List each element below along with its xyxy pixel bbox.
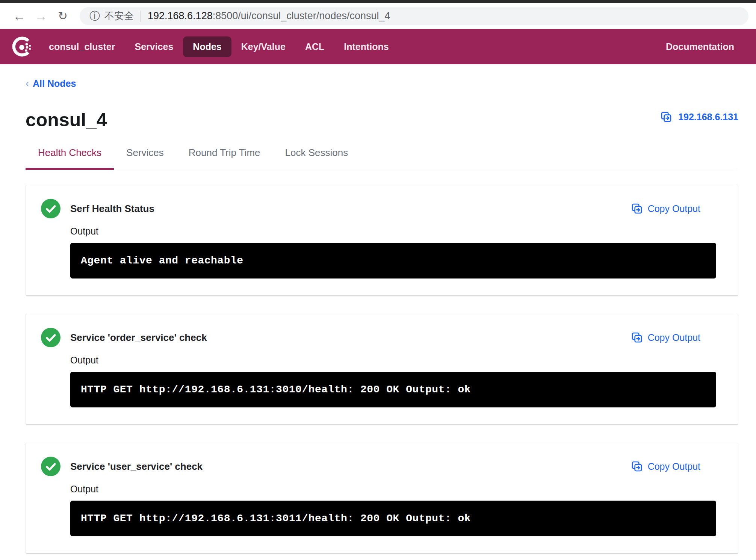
health-check-card: Serf Health Status Copy Output Output Ag… [26, 185, 738, 295]
copy-icon [660, 111, 672, 123]
breadcrumb-label: All Nodes [33, 78, 76, 89]
copy-output-button[interactable]: Copy Output [631, 203, 700, 215]
check-circle-icon [41, 457, 60, 476]
check-circle-icon [41, 199, 60, 218]
copy-output-label: Copy Output [648, 461, 700, 472]
card-body: Serf Health Status Copy Output Output Ag… [70, 199, 716, 278]
nav-item-nodes[interactable]: Nodes [183, 36, 231, 57]
check-name: Service 'user_service' check [70, 461, 203, 472]
copy-output-button[interactable]: Copy Output [631, 331, 700, 344]
url-path: :8500/ui/consul_cluster/nodes/consul_4 [213, 10, 390, 21]
output-label: Output [70, 355, 716, 366]
card-body: Service 'order_service' check Copy Outpu… [70, 328, 716, 407]
output-label: Output [70, 226, 716, 237]
check-output: HTTP GET http://192.168.6.131:3010/healt… [70, 372, 716, 407]
nav-item-datacenter[interactable]: consul_cluster [39, 36, 125, 57]
window-top-edge [0, 0, 756, 3]
nav-item-intentions[interactable]: Intentions [334, 36, 398, 57]
breadcrumb[interactable]: ‹ All Nodes [26, 78, 738, 89]
page-content: ‹ All Nodes consul_4 192.168.6.131 Healt… [0, 78, 756, 553]
tab-round-trip-time[interactable]: Round Trip Time [176, 145, 273, 170]
copy-icon [631, 331, 643, 344]
info-icon[interactable]: ⓘ [89, 9, 100, 23]
forward-icon[interactable]: → [30, 10, 52, 22]
tab-health-checks[interactable]: Health Checks [26, 145, 114, 170]
url-text[interactable]: 192.168.6.128:8500/ui/consul_cluster/nod… [148, 10, 390, 22]
copy-output-label: Copy Output [648, 203, 700, 214]
app-navbar: consul_cluster Services Nodes Key/Value … [0, 29, 756, 64]
consul-logo-icon[interactable] [11, 36, 33, 58]
nav-item-documentation[interactable]: Documentation [656, 36, 744, 57]
tab-lock-sessions[interactable]: Lock Sessions [273, 145, 361, 170]
node-address: 192.168.6.131 [678, 112, 738, 123]
copy-icon [631, 203, 643, 215]
nav-item-acl[interactable]: ACL [295, 36, 334, 57]
browser-toolbar: ← → ↻ ⓘ 不安全 192.168.6.128:8500/ui/consul… [0, 3, 756, 29]
copy-icon [631, 460, 643, 472]
nav-item-keyvalue[interactable]: Key/Value [231, 36, 295, 57]
page-title: consul_4 [26, 109, 107, 131]
chevron-left-icon: ‹ [26, 78, 29, 89]
health-check-card: Service 'order_service' check Copy Outpu… [26, 314, 738, 424]
title-row: consul_4 192.168.6.131 [26, 109, 738, 131]
nav-item-services[interactable]: Services [125, 36, 183, 57]
node-address-copy-button[interactable]: 192.168.6.131 [660, 111, 738, 123]
main-menu: consul_cluster Services Nodes Key/Value … [39, 36, 399, 57]
copy-output-label: Copy Output [648, 332, 700, 343]
check-name: Serf Health Status [70, 203, 154, 215]
address-bar[interactable]: ⓘ 不安全 192.168.6.128:8500/ui/consul_clust… [80, 7, 748, 25]
check-circle-icon [41, 328, 60, 347]
url-host: 192.168.6.128 [148, 10, 213, 21]
back-icon[interactable]: ← [8, 10, 30, 22]
card-body: Service 'user_service' check Copy Output… [70, 457, 716, 536]
address-bar-divider [141, 11, 141, 22]
reload-icon[interactable]: ↻ [52, 10, 74, 22]
check-name: Service 'order_service' check [70, 332, 207, 344]
health-check-card: Service 'user_service' check Copy Output… [26, 443, 738, 553]
check-output: HTTP GET http://192.168.6.131:3011/healt… [70, 501, 716, 536]
card-header: Serf Health Status Copy Output [70, 199, 716, 218]
copy-output-button[interactable]: Copy Output [631, 460, 700, 472]
card-header: Service 'user_service' check Copy Output [70, 457, 716, 476]
card-header: Service 'order_service' check Copy Outpu… [70, 328, 716, 347]
tab-services[interactable]: Services [114, 145, 176, 170]
output-label: Output [70, 484, 716, 495]
check-output: Agent alive and reachable [70, 243, 716, 278]
security-label: 不安全 [104, 9, 134, 23]
tab-bar: Health Checks Services Round Trip Time L… [26, 145, 738, 170]
